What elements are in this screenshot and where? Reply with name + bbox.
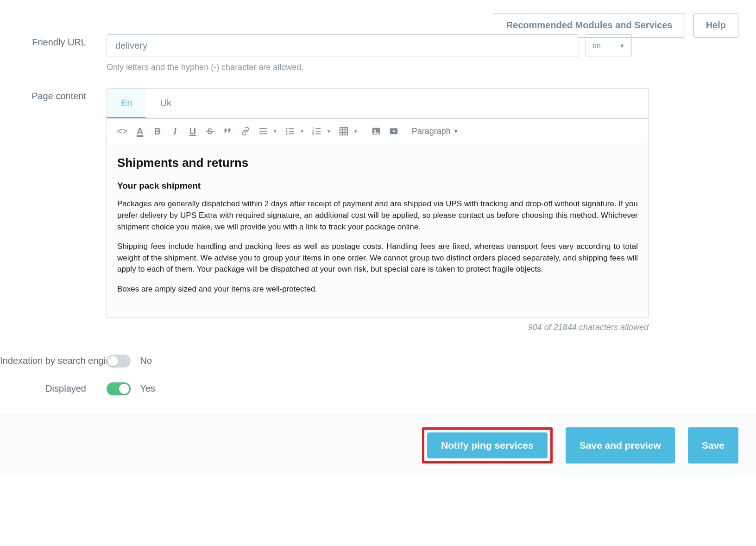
svg-point-23 bbox=[374, 129, 376, 131]
align-icon[interactable] bbox=[255, 123, 271, 139]
link-icon[interactable] bbox=[238, 123, 253, 139]
italic-icon[interactable]: I bbox=[167, 123, 183, 139]
displayed-toggle[interactable] bbox=[107, 382, 131, 395]
indexation-toggle[interactable] bbox=[107, 355, 131, 368]
cms-page-form: Friendly URL en ▼ Only letters and the h… bbox=[0, 34, 756, 414]
strikethrough-icon[interactable]: S bbox=[202, 123, 218, 139]
content-paragraph: Packages are generally dispatched within… bbox=[117, 198, 638, 233]
editor-toolbar: <> A B I U S bbox=[107, 119, 648, 144]
svg-point-7 bbox=[286, 133, 288, 135]
displayed-row: Displayed Yes bbox=[0, 382, 756, 395]
video-icon[interactable] bbox=[386, 123, 402, 139]
character-count: 904 of 21844 characters allowed bbox=[107, 323, 649, 332]
chevron-down-icon[interactable]: ▼ bbox=[327, 129, 331, 134]
friendly-url-help: Only letters and the hyphen (-) characte… bbox=[107, 63, 673, 72]
notify-ping-services-button[interactable]: Notify ping services bbox=[427, 432, 548, 458]
displayed-value: Yes bbox=[140, 383, 155, 394]
chevron-down-icon[interactable]: ▼ bbox=[273, 129, 277, 134]
friendly-url-label: Friendly URL bbox=[0, 34, 107, 48]
chevron-down-icon: ▼ bbox=[454, 128, 459, 134]
indexation-row: Indexation by search engines No bbox=[0, 355, 756, 368]
blockquote-icon[interactable] bbox=[220, 123, 236, 139]
table-icon[interactable] bbox=[336, 123, 352, 139]
text-color-icon[interactable]: A bbox=[132, 123, 148, 139]
notify-highlight: Notify ping services bbox=[422, 427, 553, 463]
content-paragraph: Boxes are amply sized and your items are… bbox=[117, 284, 638, 295]
form-footer: Notify ping services Save and preview Sa… bbox=[0, 414, 756, 476]
source-code-icon[interactable]: <> bbox=[114, 123, 130, 139]
editor-lang-tabs: En Uk bbox=[107, 89, 648, 119]
svg-text:3: 3 bbox=[312, 133, 314, 136]
friendly-url-row: Friendly URL en ▼ Only letters and the h… bbox=[0, 34, 756, 72]
editor-content-area[interactable]: Shipments and returns Your pack shipment… bbox=[107, 144, 648, 317]
content-paragraph: Shipping fees include handling and packi… bbox=[117, 241, 638, 275]
underline-icon[interactable]: U bbox=[185, 123, 201, 139]
page-content-row: Page content En Uk <> A B I U S bbox=[0, 88, 756, 332]
chevron-down-icon: ▼ bbox=[619, 43, 625, 49]
bold-icon[interactable]: B bbox=[150, 123, 165, 139]
lang-tab-uk[interactable]: Uk bbox=[146, 89, 185, 118]
friendly-url-lang-select[interactable]: en ▼ bbox=[586, 34, 632, 57]
svg-point-6 bbox=[286, 130, 288, 132]
friendly-url-lang-value: en bbox=[592, 42, 601, 50]
friendly-url-input[interactable] bbox=[107, 34, 579, 57]
page-content-label: Page content bbox=[0, 88, 107, 102]
image-icon[interactable] bbox=[368, 123, 384, 139]
indexation-label: Indexation by search engines bbox=[0, 356, 107, 366]
save-and-preview-button[interactable]: Save and preview bbox=[566, 427, 675, 463]
lang-tab-en[interactable]: En bbox=[107, 89, 146, 118]
bullet-list-icon[interactable] bbox=[282, 123, 298, 139]
svg-point-5 bbox=[286, 128, 288, 130]
paragraph-format-label: Paragraph bbox=[412, 127, 451, 136]
save-button[interactable]: Save bbox=[688, 427, 738, 463]
svg-rect-17 bbox=[340, 127, 347, 135]
rich-text-editor: En Uk <> A B I U S bbox=[107, 88, 649, 318]
displayed-label: Displayed bbox=[0, 383, 107, 394]
indexation-value: No bbox=[140, 356, 152, 366]
content-heading: Shipments and returns bbox=[117, 154, 638, 172]
paragraph-format-select[interactable]: Paragraph ▼ bbox=[409, 127, 461, 136]
numbered-list-icon[interactable]: 123 bbox=[309, 123, 325, 139]
chevron-down-icon[interactable]: ▼ bbox=[300, 129, 304, 134]
content-subheading: Your pack shipment bbox=[117, 179, 638, 192]
chevron-down-icon[interactable]: ▼ bbox=[353, 129, 358, 134]
